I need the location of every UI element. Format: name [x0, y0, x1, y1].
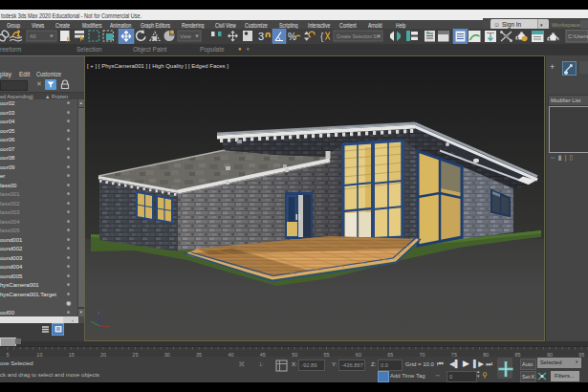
- svg-text:{: {: [320, 32, 324, 42]
- svg-text:Create Selection Set: Create Selection Set: [337, 33, 381, 39]
- svg-text:%: %: [288, 32, 296, 42]
- svg-text:C:\Users: C:\Users: [568, 33, 588, 39]
- svg-text:[ + ] [ PhysCamera001 ] [ High: [ + ] [ PhysCamera001 ] [ High Quality ]…: [87, 63, 229, 69]
- svg-text:View: View: [180, 33, 191, 39]
- svg-text:All: All: [30, 33, 36, 39]
- svg-text:3: 3: [258, 31, 264, 42]
